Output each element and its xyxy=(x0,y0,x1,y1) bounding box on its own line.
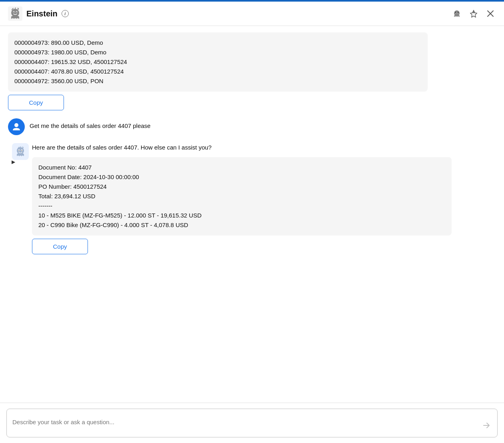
svg-point-34 xyxy=(20,156,22,157)
user-message-row: Get me the details of sales order 4407 p… xyxy=(8,118,496,135)
detail-separator: ------- xyxy=(38,201,445,211)
svg-point-35 xyxy=(22,156,24,157)
second-response-details: Document No: 4407 Document Date: 2024-10… xyxy=(32,157,452,235)
detail-total: Total: 23,694.12 USD xyxy=(38,192,445,201)
svg-point-10 xyxy=(454,10,460,16)
einstein-icon xyxy=(8,6,22,21)
resp1-line1: 0000004973: 890.00 USD, Demo xyxy=(14,38,421,48)
input-area xyxy=(0,403,504,443)
first-response-block: 0000004973: 890.00 USD, Demo 0000004973:… xyxy=(8,32,496,110)
send-button[interactable] xyxy=(480,421,492,432)
detail-doc-no: Document No: 4407 xyxy=(38,163,445,172)
second-response-area: Here are the details of sales order 4407… xyxy=(32,143,496,254)
header-left: Einstein i xyxy=(8,6,451,21)
detail-line1: 10 - M525 BIKE (MZ-FG-M525) - 12.000 ST … xyxy=(38,211,445,220)
second-response-intro: Here are the details of sales order 4407… xyxy=(32,143,496,152)
bot-avatar xyxy=(12,143,29,160)
info-icon-button[interactable]: i xyxy=(62,10,69,17)
second-copy-button[interactable]: Copy xyxy=(32,239,88,254)
header-actions xyxy=(451,8,496,19)
first-response-bubble: 0000004973: 890.00 USD, Demo 0000004973:… xyxy=(8,32,428,92)
svg-point-4 xyxy=(14,12,14,12)
detail-doc-date: Document Date: 2024-10-30 00:00:00 xyxy=(38,172,445,182)
svg-point-31 xyxy=(22,150,22,151)
svg-point-1 xyxy=(11,9,19,17)
user-avatar xyxy=(8,118,25,135)
pin-icon-button[interactable] xyxy=(468,8,479,19)
resp1-line4: 0000004407: 4078.80 USD, 4500127524 xyxy=(14,67,421,76)
second-response-outer: ▶ Here are the details of sa xyxy=(8,143,496,254)
chat-input[interactable] xyxy=(12,419,480,432)
svg-point-5 xyxy=(16,12,17,12)
first-copy-button[interactable]: Copy xyxy=(8,95,64,110)
svg-point-26 xyxy=(14,123,18,127)
resp1-line3: 0000004407: 19615.32 USD, 4500127524 xyxy=(14,57,421,67)
ghost-icon-button[interactable] xyxy=(451,8,462,19)
chat-area: 0000004973: 890.00 USD, Demo 0000004973:… xyxy=(0,26,504,403)
header: Einstein i xyxy=(0,2,504,26)
svg-point-33 xyxy=(17,156,19,157)
svg-point-8 xyxy=(14,18,16,20)
resp1-line5: 0000004972: 3560.00 USD, PON xyxy=(14,76,421,86)
detail-line2: 20 - C990 Bike (MZ-FG-C990) - 4.000 ST -… xyxy=(38,220,445,230)
user-message-text: Get me the details of sales order 4407 p… xyxy=(30,118,151,131)
collapse-arrow[interactable]: ▶ xyxy=(10,159,16,165)
header-title: Einstein xyxy=(26,9,58,18)
detail-po-number: PO Number: 4500127524 xyxy=(38,182,445,192)
close-icon-button[interactable] xyxy=(485,8,496,19)
svg-point-7 xyxy=(12,18,14,20)
svg-point-9 xyxy=(16,18,19,20)
svg-point-30 xyxy=(19,150,20,151)
resp1-line2: 0000004973: 1980.00 USD, Demo xyxy=(14,48,421,57)
svg-point-18 xyxy=(458,16,460,18)
input-wrapper xyxy=(6,409,498,437)
